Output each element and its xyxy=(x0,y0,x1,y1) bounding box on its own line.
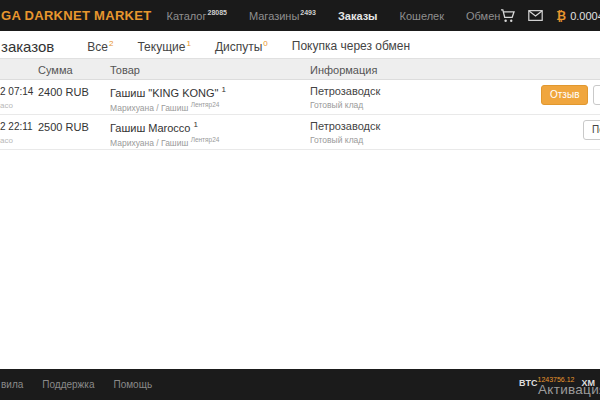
page-title: заказов xyxy=(1,38,54,55)
wallet-balance[interactable]: ₿ 0.0004 xyxy=(556,9,600,23)
orders-tabs-bar: заказов Все2 Текущие1 Диспуты0 Покупка ч… xyxy=(0,31,600,58)
product-category: Марихуана / Гашиш Лентяр24 xyxy=(110,136,219,148)
order-product-cell: Гашиш Marocco 1 Марихуана / Гашиш Лентяр… xyxy=(110,120,219,147)
topbar-right: ₿ 0.0004 dewa76 ( xyxy=(500,9,600,23)
tab-all-count: 2 xyxy=(109,39,113,48)
order-date-sub: асо xyxy=(0,101,33,110)
order-date: 2 07:14 xyxy=(0,86,33,97)
messages-envelope-icon[interactable] xyxy=(528,10,543,21)
topbar: GA DARKNET MARKET Каталог28085 Магазины2… xyxy=(0,0,600,31)
footer-link-help[interactable]: Помощь xyxy=(113,379,152,390)
product-category: Марихуана / Гашиш Лентяр24 xyxy=(110,101,226,113)
order-row: 2 22:11 асо 2500 RUB Гашиш Marocco 1 Мар… xyxy=(0,115,600,150)
order-info-cell: Петрозаводск Готовый клад xyxy=(310,120,380,145)
tab-disputes[interactable]: Диспуты0 xyxy=(215,39,268,54)
tab-purchase-via-exchange[interactable]: Покупка через обмен xyxy=(292,39,410,53)
footer: вила Поддержка Помощь BTC1243756.12XM Ак… xyxy=(0,369,600,400)
order-sum: 2400 RUB xyxy=(38,86,89,98)
menu-item-orders[interactable]: Заказы xyxy=(338,10,378,22)
footer-link-rules[interactable]: вила xyxy=(1,379,23,390)
order-date-sub: асо xyxy=(0,136,33,145)
order-stock-type: Готовый клад xyxy=(310,135,380,145)
product-quantity-sup: 1 xyxy=(194,120,198,129)
order-filter-tabs: Все2 Текущие1 Диспуты0 Покупка через обм… xyxy=(87,39,410,54)
tab-current[interactable]: Текущие1 xyxy=(137,39,190,54)
show-button[interactable]: Пока xyxy=(593,85,600,105)
orders-table-header: Сумма Товар Информация xyxy=(0,58,600,80)
footer-link-support[interactable]: Поддержка xyxy=(42,379,94,390)
catalog-count-badge: 28085 xyxy=(208,9,227,16)
top-menu: Каталог28085 Магазины2493 Заказы Кошелек… xyxy=(167,9,501,22)
order-product-cell: Гашиш "KING KONG" 1 Марихуана / Гашиш Ле… xyxy=(110,85,226,112)
show-button[interactable]: Пока xyxy=(583,120,600,140)
market-logo[interactable]: GA DARKNET MARKET xyxy=(1,8,152,23)
menu-item-wallet[interactable]: Кошелек xyxy=(400,10,444,22)
column-header-info: Информация xyxy=(310,64,377,76)
order-city: Петрозаводск xyxy=(310,85,380,97)
activation-watermark: Активация xyxy=(538,382,600,397)
order-row: 2 07:14 асо 2400 RUB Гашиш "KING KONG" 1… xyxy=(0,80,600,115)
balance-value: 0.0004 xyxy=(570,10,600,22)
btc-rate-label: BTC xyxy=(519,378,538,388)
bitcoin-icon: ₿ xyxy=(556,9,566,23)
order-date-cell: 2 22:11 асо xyxy=(0,121,33,145)
column-header-sum: Сумма xyxy=(38,64,73,76)
menu-item-exchange[interactable]: Обмен xyxy=(466,10,500,22)
order-stock-type: Готовый клад xyxy=(310,100,380,110)
order-actions: Пока xyxy=(583,120,600,140)
shops-count-badge: 2493 xyxy=(300,9,316,16)
menu-item-catalog[interactable]: Каталог28085 xyxy=(167,9,227,22)
order-date-cell: 2 07:14 асо xyxy=(0,86,33,110)
vendor-sup[interactable]: Лентяр24 xyxy=(191,136,220,143)
product-link[interactable]: Гашиш Marocco xyxy=(110,122,191,134)
order-city: Петрозаводск xyxy=(310,120,380,132)
footer-links: вила Поддержка Помощь xyxy=(1,379,152,390)
cart-icon[interactable] xyxy=(500,9,515,23)
column-header-product: Товар xyxy=(110,64,140,76)
tab-disputes-count: 0 xyxy=(263,39,267,48)
review-button[interactable]: Отзыв xyxy=(541,85,588,105)
order-date: 2 22:11 xyxy=(0,121,33,132)
order-sum: 2500 RUB xyxy=(38,121,89,133)
vendor-sup[interactable]: Лентяр24 xyxy=(191,101,220,108)
order-info-cell: Петрозаводск Готовый клад xyxy=(310,85,380,110)
tab-current-count: 1 xyxy=(186,39,190,48)
order-actions: Отзыв Пока xyxy=(541,85,600,105)
menu-item-shops[interactable]: Магазины2493 xyxy=(249,9,316,22)
product-link[interactable]: Гашиш "KING KONG" xyxy=(110,87,218,99)
product-quantity-sup: 1 xyxy=(222,85,226,94)
tab-all[interactable]: Все2 xyxy=(87,39,113,54)
